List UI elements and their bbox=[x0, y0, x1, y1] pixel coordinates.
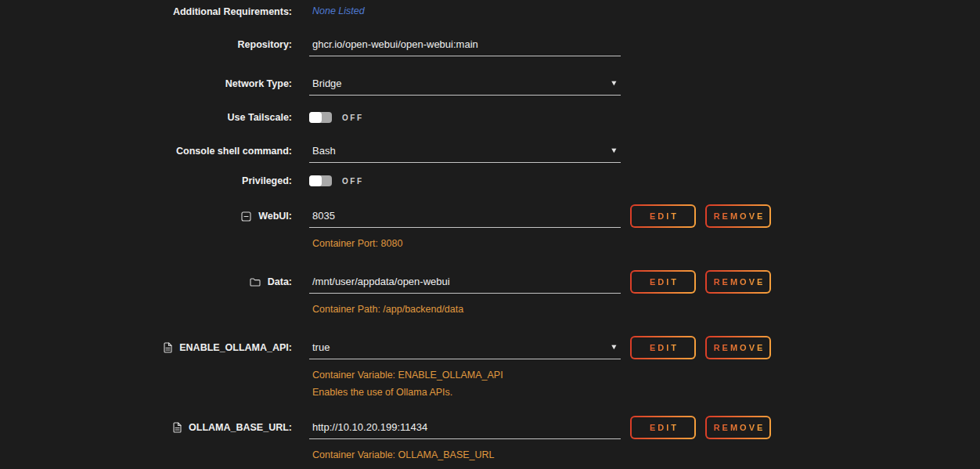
toggle-knob bbox=[309, 175, 322, 186]
field-label-wrap: Data: bbox=[0, 270, 292, 294]
remove-button[interactable]: REMOVE bbox=[705, 204, 771, 228]
edit-button[interactable]: EDIT bbox=[630, 416, 696, 439]
privileged-label: Privileged: bbox=[242, 175, 292, 186]
enable-ollama-api-label: ENABLE_OLLAMA_API: bbox=[179, 342, 292, 353]
container-settings-form: Additional Requirements: None Listed Rep… bbox=[0, 5, 980, 461]
remove-button[interactable]: REMOVE bbox=[705, 416, 771, 439]
form-row-privileged: Privileged: OFF bbox=[0, 169, 980, 193]
field-label-wrap: Console shell command: bbox=[0, 139, 292, 163]
minus-square-icon bbox=[241, 211, 251, 222]
remove-button[interactable]: REMOVE bbox=[705, 270, 771, 294]
ollama-base-url-description: Container Variable: OLLAMA_BASE_URL bbox=[309, 449, 621, 461]
use-tailscale-label: Use Tailscale: bbox=[228, 112, 292, 123]
folder-icon bbox=[250, 277, 261, 287]
data-path-input[interactable]: /mnt/user/appdata/open-webui bbox=[309, 270, 621, 294]
webui-port-value: 8035 bbox=[312, 210, 335, 222]
ollama-base-url-input[interactable]: http://10.10.20.199:11434 bbox=[309, 416, 621, 439]
data-path-value: /mnt/user/appdata/open-webui bbox=[312, 276, 450, 287]
repository-value: ghcr.io/open-webui/open-webui:main bbox=[312, 38, 478, 50]
edit-button[interactable]: EDIT bbox=[630, 270, 696, 294]
form-row-network-type: Network Type: Bridge ▼ bbox=[0, 72, 980, 96]
additional-requirements-value: None Listed bbox=[309, 5, 621, 17]
chevron-down-icon: ▼ bbox=[610, 147, 618, 154]
use-tailscale-state: OFF bbox=[342, 114, 364, 122]
field-label-wrap: WebUI: bbox=[0, 204, 292, 228]
form-row-ollama-base-url: OLLAMA_BASE_URL: http://10.10.20.199:114… bbox=[0, 416, 980, 461]
field-label-wrap: Privileged: bbox=[0, 169, 292, 193]
repository-label: Repository: bbox=[238, 39, 292, 50]
form-row-enable-ollama-api: ENABLE_OLLAMA_API: true ▼ Container Vari… bbox=[0, 336, 980, 399]
repository-input[interactable]: ghcr.io/open-webui/open-webui:main bbox=[309, 33, 621, 56]
enable-ollama-api-select[interactable]: true ▼ bbox=[309, 336, 621, 359]
edit-button[interactable]: EDIT bbox=[630, 204, 696, 228]
webui-port-label: WebUI: bbox=[258, 211, 292, 222]
file-icon bbox=[164, 342, 172, 353]
additional-requirements-label: Additional Requirements: bbox=[173, 6, 292, 17]
remove-button[interactable]: REMOVE bbox=[705, 336, 771, 359]
data-path-description: Container Path: /app/backend/data bbox=[309, 303, 621, 316]
console-shell-command-label: Console shell command: bbox=[176, 146, 292, 157]
field-label-wrap: Repository: bbox=[0, 33, 292, 56]
privileged-toggle[interactable] bbox=[309, 175, 332, 186]
network-type-select[interactable]: Bridge ▼ bbox=[309, 72, 621, 96]
form-row-webui-port: WebUI: 8035 Container Port: 8080 EDIT RE… bbox=[0, 204, 980, 250]
chevron-down-icon: ▼ bbox=[610, 80, 618, 87]
form-row-additional-requirements: Additional Requirements: None Listed bbox=[0, 5, 980, 17]
enable-ollama-api-description-2: Enables the use of Ollama APIs. bbox=[309, 386, 621, 399]
field-label-wrap: ENABLE_OLLAMA_API: bbox=[0, 336, 292, 359]
chevron-down-icon: ▼ bbox=[610, 344, 618, 351]
edit-button[interactable]: EDIT bbox=[630, 336, 696, 359]
network-type-label: Network Type: bbox=[225, 78, 292, 89]
ollama-base-url-value: http://10.10.20.199:11434 bbox=[312, 421, 427, 433]
network-type-value: Bridge bbox=[312, 78, 342, 89]
form-row-console-shell-command: Console shell command: Bash ▼ bbox=[0, 139, 980, 163]
form-row-data-path: Data: /mnt/user/appdata/open-webui Conta… bbox=[0, 270, 980, 316]
ollama-base-url-label: OLLAMA_BASE_URL: bbox=[189, 422, 292, 433]
webui-port-description: Container Port: 8080 bbox=[309, 237, 621, 250]
field-label-wrap: Additional Requirements: bbox=[0, 5, 292, 17]
privileged-state: OFF bbox=[342, 177, 364, 186]
field-label-wrap: OLLAMA_BASE_URL: bbox=[0, 416, 292, 439]
field-label-wrap: Network Type: bbox=[0, 72, 292, 96]
webui-port-input[interactable]: 8035 bbox=[309, 204, 621, 228]
use-tailscale-toggle[interactable] bbox=[309, 112, 332, 123]
console-shell-command-select[interactable]: Bash ▼ bbox=[309, 139, 621, 163]
field-label-wrap: Use Tailscale: bbox=[0, 106, 292, 129]
form-row-repository: Repository: ghcr.io/open-webui/open-webu… bbox=[0, 33, 980, 56]
enable-ollama-api-description: Container Variable: ENABLE_OLLAMA_API bbox=[309, 369, 621, 381]
console-shell-command-value: Bash bbox=[312, 145, 336, 157]
toggle-knob bbox=[309, 112, 322, 123]
file-icon bbox=[173, 422, 182, 433]
form-row-use-tailscale: Use Tailscale: OFF bbox=[0, 106, 980, 129]
enable-ollama-api-value: true bbox=[312, 341, 330, 353]
data-path-label: Data: bbox=[268, 276, 292, 287]
